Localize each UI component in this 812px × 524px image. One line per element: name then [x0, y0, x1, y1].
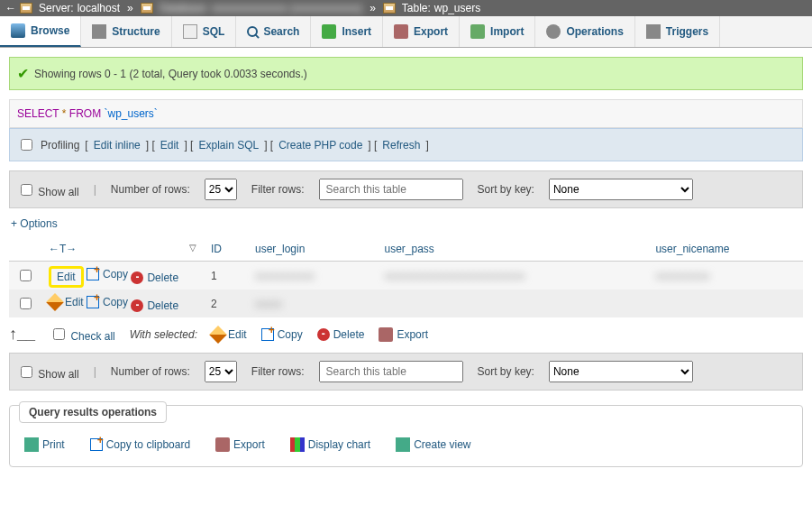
- display-chart-action[interactable]: Display chart: [290, 437, 370, 452]
- cell-user-login: xxxxx: [255, 298, 282, 310]
- tab-browse[interactable]: Browse: [0, 16, 81, 47]
- num-rows-label: Number of rows:: [111, 183, 190, 196]
- edit-inline-link[interactable]: Edit inline: [94, 139, 141, 152]
- results-table: ←T→ ▽ ID user_login user_pass user_nicen…: [9, 237, 803, 317]
- tab-sql[interactable]: SQL: [172, 16, 237, 47]
- copy-row[interactable]: Copy: [87, 268, 128, 280]
- tab-operations[interactable]: Operations: [535, 16, 634, 47]
- server-label: Server:: [39, 2, 74, 14]
- profiling-checkbox[interactable]: [21, 139, 32, 151]
- num-rows-select[interactable]: 25: [205, 361, 237, 382]
- arrow-up-icon: ↑__: [9, 325, 35, 344]
- table-row: Edit Copy -Delete 2 xxxxx: [9, 290, 803, 317]
- col-user-nicename[interactable]: user_nicename: [648, 237, 803, 262]
- filter-input[interactable]: [319, 179, 463, 200]
- bulk-copy[interactable]: Copy: [261, 328, 303, 341]
- triggers-icon: [646, 24, 661, 39]
- table-controls-bottom: Show all | Number of rows: 25 Filter row…: [9, 353, 803, 391]
- delete-icon: -: [131, 299, 143, 312]
- explain-sql-link[interactable]: Explain SQL: [198, 139, 259, 152]
- panel-title: Query results operations: [19, 401, 167, 423]
- browse-icon: [11, 23, 25, 38]
- show-all-checkbox[interactable]: [21, 366, 32, 378]
- edit-link[interactable]: Edit: [160, 139, 179, 152]
- tab-structure[interactable]: Structure: [81, 16, 171, 47]
- export-icon: [379, 327, 393, 342]
- structure-icon: [92, 24, 106, 39]
- query-results-panel: Query results operations Print Copy to c…: [9, 405, 803, 467]
- edit-icon: [46, 293, 64, 311]
- bulk-actions-bar: ↑__ Check all With selected: Edit Copy -…: [9, 325, 803, 344]
- delete-icon: -: [317, 328, 330, 341]
- success-message: ✔ Showing rows 0 - 1 (2 total, Query too…: [9, 57, 803, 90]
- cell-user-pass: xxxxxxxxxxxxxxxxxxxxxxxxxx: [384, 270, 525, 282]
- col-id[interactable]: ID: [204, 237, 248, 262]
- with-selected-label: With selected:: [130, 328, 197, 341]
- tab-insert[interactable]: Insert: [311, 16, 383, 47]
- table-label: Table:: [402, 2, 431, 14]
- cell-id: 1: [204, 262, 248, 290]
- filter-label: Filter rows:: [251, 183, 305, 196]
- row-checkbox[interactable]: [20, 298, 32, 309]
- sort-indicator-icon: ▽: [189, 243, 196, 253]
- main-tabs: Browse Structure SQL Search Insert Expor…: [0, 16, 812, 48]
- print-icon: [24, 437, 39, 452]
- delete-row[interactable]: -Delete: [131, 299, 178, 312]
- copy-row[interactable]: Copy: [87, 296, 128, 308]
- table-icon: [383, 3, 396, 14]
- delete-row[interactable]: -Delete: [131, 271, 178, 284]
- back-arrow[interactable]: ←: [5, 2, 16, 14]
- view-icon: [396, 437, 410, 452]
- export-action[interactable]: Export: [215, 437, 265, 452]
- copy-icon: [87, 268, 99, 280]
- operations-icon: [546, 24, 561, 39]
- success-text: Showing rows 0 - 1 (2 total, Query took …: [34, 68, 307, 80]
- profiling-label: Profiling: [41, 139, 79, 152]
- sql-query-display: SELECT * FROM `wp_users`: [9, 99, 803, 128]
- tab-triggers[interactable]: Triggers: [635, 16, 720, 47]
- create-view-action[interactable]: Create view: [396, 437, 470, 452]
- create-php-link[interactable]: Create PHP code: [278, 139, 362, 152]
- tab-export[interactable]: Export: [383, 16, 460, 47]
- database-link[interactable]: Database: xxxxxxxxxxxxxx (xxxxxxxxxxxx): [160, 2, 362, 14]
- filter-input[interactable]: [319, 361, 463, 382]
- breadcrumb-bar: ← Server: localhost » Database: xxxxxxxx…: [0, 0, 812, 16]
- cell-id: 2: [204, 290, 248, 317]
- options-toggle[interactable]: + Options: [11, 217, 801, 230]
- bulk-edit[interactable]: Edit: [212, 328, 247, 341]
- edit-row[interactable]: Edit: [49, 296, 84, 308]
- chart-icon: [290, 437, 305, 452]
- refresh-link[interactable]: Refresh: [382, 139, 420, 152]
- cell-user-nicename: xxxxxxxxxx: [655, 270, 709, 282]
- bulk-delete[interactable]: -Delete: [317, 328, 365, 341]
- copy-clipboard-action[interactable]: Copy to clipboard: [90, 437, 190, 452]
- row-checkbox[interactable]: [20, 270, 32, 281]
- nav-arrows[interactable]: ←T→: [49, 243, 77, 255]
- sort-select[interactable]: None: [549, 361, 693, 382]
- export-icon: [394, 24, 408, 39]
- sort-label: Sort by key:: [478, 183, 534, 196]
- tab-import[interactable]: Import: [460, 16, 535, 47]
- tab-search[interactable]: Search: [236, 16, 311, 47]
- print-action[interactable]: Print: [24, 437, 65, 452]
- edit-highlighted[interactable]: Edit: [49, 266, 84, 288]
- bulk-export[interactable]: Export: [379, 327, 428, 342]
- profiling-bar: Profiling [ Edit inline ] [ Edit ] [ Exp…: [9, 128, 803, 161]
- db-icon: [141, 3, 153, 14]
- export-icon: [215, 437, 230, 452]
- sort-select[interactable]: None: [549, 179, 693, 200]
- sql-icon: [183, 24, 197, 39]
- col-user-login[interactable]: user_login: [248, 237, 377, 262]
- delete-icon: -: [131, 271, 143, 284]
- show-all-checkbox[interactable]: [21, 184, 32, 196]
- check-icon: ✔: [17, 65, 29, 82]
- table-link[interactable]: wp_users: [434, 2, 480, 14]
- num-rows-select[interactable]: 25: [205, 179, 237, 200]
- copy-icon: [261, 328, 274, 341]
- check-all-checkbox[interactable]: [53, 328, 65, 340]
- col-user-pass[interactable]: user_pass: [377, 237, 648, 262]
- edit-icon: [209, 326, 227, 344]
- insert-icon: [322, 24, 336, 39]
- search-icon: [247, 26, 258, 37]
- server-link[interactable]: localhost: [78, 2, 120, 14]
